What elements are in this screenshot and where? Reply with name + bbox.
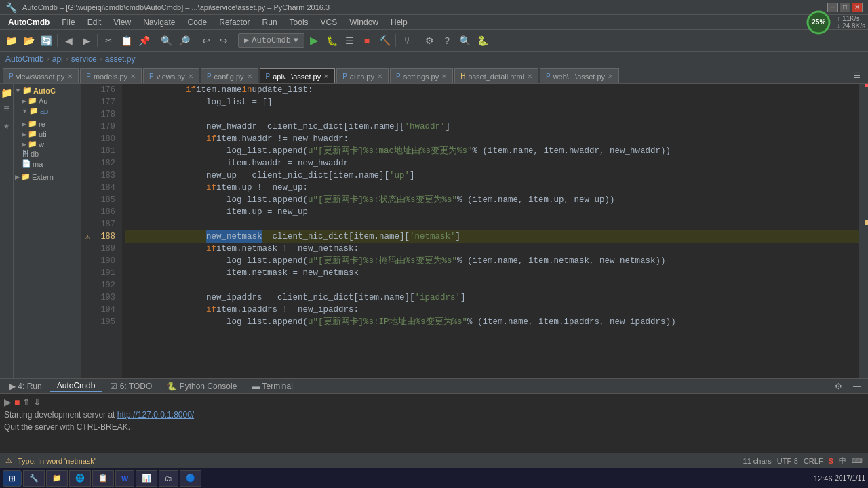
tree-item-ma[interactable]: 📄 ma <box>14 159 81 169</box>
settings-button[interactable]: ⚙ <box>421 33 437 49</box>
tab-views-asset[interactable]: P views\asset.py ✕ <box>3 68 79 83</box>
python-interpreter-button[interactable]: 🐍 <box>474 33 490 49</box>
menu-item-tools[interactable]: Tools <box>284 16 314 28</box>
taskbar-explorer[interactable]: 📁 <box>46 470 68 487</box>
bottom-tab-todo[interactable]: ☑ 6: TODO <box>103 380 159 392</box>
tab-config[interactable]: P config.py ✕ <box>201 68 258 83</box>
run-config-dropdown[interactable]: ▶ AutoCmdb ▼ <box>238 33 304 48</box>
cut-button[interactable]: ✂ <box>100 33 117 49</box>
run-restart-button[interactable]: ▶ <box>4 396 12 407</box>
back-button[interactable]: ◀ <box>60 33 77 49</box>
find-action-button[interactable]: 🔍 <box>456 33 473 49</box>
tab-settings[interactable]: P settings.py ✕ <box>390 68 453 83</box>
breadcrumb-service[interactable]: service <box>71 54 97 64</box>
favorites-icon[interactable]: ★ <box>1 119 13 131</box>
close-tab-settings[interactable]: ✕ <box>441 73 447 80</box>
copy-button[interactable]: 📋 <box>118 33 134 49</box>
tree-item-autocmdb[interactable]: ▼ 📁 AutoC <box>14 85 81 96</box>
menu-item-edit[interactable]: Edit <box>82 16 107 28</box>
run-stop-button[interactable]: ■ <box>14 396 20 407</box>
code-content[interactable]: if item.name in update_list: log_list = … <box>122 84 859 378</box>
taskbar-word[interactable]: W <box>115 470 134 487</box>
bottom-tab-autocmdb[interactable]: AutoCmdb <box>50 380 102 392</box>
taskbar-app1[interactable]: 📋 <box>92 470 114 487</box>
taskbar-browser[interactable]: 🌐 <box>69 470 91 487</box>
tree-item-db[interactable]: 🗄 db <box>14 149 81 159</box>
run-output-line1: Starting development server at http://12… <box>4 409 864 421</box>
scroll-top-button[interactable]: ⇑ <box>22 396 31 407</box>
tab-api-asset[interactable]: P api\...\asset.py ✕ <box>260 68 336 83</box>
bottom-tab-terminal[interactable]: ▬ Terminal <box>245 380 299 392</box>
tab-views[interactable]: P views.py ✕ <box>143 68 199 83</box>
tree-item-w[interactable]: ▶ 📁 w <box>14 139 81 149</box>
redo-button[interactable]: ↪ <box>216 33 232 49</box>
tab-web-asset[interactable]: P web\...\asset.py ✕ <box>540 68 619 83</box>
tree-item-re[interactable]: ▶ 📁 re <box>14 119 81 129</box>
project-view-button[interactable]: 📁 <box>3 33 19 49</box>
close-tab-web-asset[interactable]: ✕ <box>608 73 613 80</box>
menu-item-window[interactable]: Window <box>344 16 384 28</box>
taskbar-pycharm[interactable]: 🔧 <box>23 470 45 487</box>
vcs-button[interactable]: ⑂ <box>399 33 415 49</box>
stop-button[interactable]: ■ <box>359 33 375 49</box>
debug-button[interactable]: 🐛 <box>323 33 340 49</box>
structure-icon[interactable]: ≡ <box>1 103 13 115</box>
find-usages-button[interactable]: 🔎 <box>176 33 192 49</box>
close-tab-asset-detail[interactable]: ✕ <box>527 73 532 80</box>
close-tab-views[interactable]: ✕ <box>188 73 193 80</box>
run-url-link[interactable]: http://127.0.0.1:8000/ <box>117 410 194 420</box>
tab-auth[interactable]: P auth.py ✕ <box>336 68 389 83</box>
right-scrollbar[interactable] <box>859 84 868 378</box>
run-button[interactable]: ▶ <box>306 33 322 49</box>
close-tab-auth[interactable]: ✕ <box>377 73 382 80</box>
undo-button[interactable]: ↩ <box>198 33 214 49</box>
encoding[interactable]: UTF-8 <box>777 457 798 465</box>
breadcrumb: AutoCmdb › api › service › asset.py <box>0 52 868 66</box>
bottom-close-button[interactable]: — <box>849 378 865 394</box>
menu-item-autocmdb[interactable]: AutoCmdb <box>3 16 55 28</box>
close-tab-models[interactable]: ✕ <box>130 73 136 80</box>
project-icon[interactable]: 📁 <box>1 87 13 99</box>
bottom-settings-button[interactable]: ⚙ <box>830 378 846 394</box>
breadcrumb-autocmdb[interactable]: AutoCmdb <box>5 54 44 64</box>
scroll-end-button[interactable]: ⇓ <box>33 396 41 407</box>
taskbar-app3[interactable]: 🗂 <box>159 470 178 487</box>
menu-item-run[interactable]: Run <box>257 16 283 28</box>
run-coverage-button[interactable]: ☰ <box>341 33 357 49</box>
tab-asset-detail[interactable]: H asset_detail.html ✕ <box>454 68 538 83</box>
code-line-186: item.up = new_up <box>125 206 859 218</box>
tree-item-extern[interactable]: ▶ 📁 Extern <box>14 171 81 182</box>
line-numbers: 176 177 178 179 180 181 182 183 184 185 … <box>94 84 122 378</box>
paste-button[interactable]: 📌 <box>136 33 152 49</box>
refresh-button[interactable]: 🔄 <box>38 33 54 49</box>
menu-item-file[interactable]: File <box>56 16 80 28</box>
line-sep[interactable]: CRLF <box>804 457 823 465</box>
menu-item-view[interactable]: View <box>108 16 136 28</box>
editor-menu-button[interactable]: ☰ <box>849 67 865 83</box>
menu-item-navigate[interactable]: Navigate <box>138 16 180 28</box>
forward-button[interactable]: ▶ <box>78 33 94 49</box>
tree-item-uti[interactable]: ▶ 📁 uti <box>14 129 81 139</box>
open-button[interactable]: 📂 <box>20 33 37 49</box>
tree-item-au[interactable]: ▶ 📁 Au <box>14 96 81 106</box>
close-tab-config[interactable]: ✕ <box>247 73 252 80</box>
tree-item-ap[interactable]: ▼ 📁 ap <box>14 106 81 116</box>
menu-item-refactor[interactable]: Refactor <box>214 16 255 28</box>
breadcrumb-assetpy[interactable]: asset.py <box>105 54 136 64</box>
breadcrumb-api[interactable]: api <box>52 54 63 64</box>
start-button[interactable]: ⊞ <box>3 470 22 487</box>
find-button[interactable]: 🔍 <box>158 33 174 49</box>
menu-item-code[interactable]: Code <box>182 16 213 28</box>
close-tab-views-asset[interactable]: ✕ <box>67 73 73 80</box>
bottom-tab-run[interactable]: ▶ 4: Run <box>3 380 49 392</box>
build-button[interactable]: 🔨 <box>376 33 393 49</box>
tab-models[interactable]: P models.py ✕ <box>80 68 142 83</box>
code-line-185: log_list.append(u"[更新网卡]%s:状态由%s变更为%s" %… <box>125 194 859 206</box>
help-icon-button[interactable]: ? <box>439 33 455 49</box>
menu-item-help[interactable]: Help <box>385 16 413 28</box>
taskbar-app2[interactable]: 📊 <box>136 470 157 487</box>
menu-item-vcs[interactable]: VCS <box>315 16 343 28</box>
close-tab-api-asset[interactable]: ✕ <box>323 73 329 80</box>
taskbar-app4[interactable]: 🔵 <box>180 470 201 487</box>
bottom-tab-python-console[interactable]: 🐍 Python Console <box>160 380 243 392</box>
